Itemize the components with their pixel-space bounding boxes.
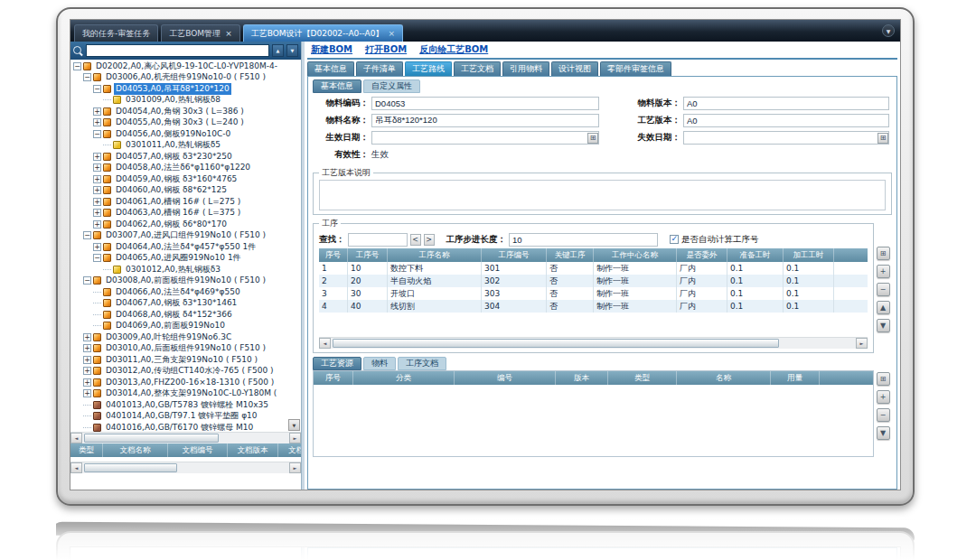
tree-expand-toggle[interactable]: +	[83, 356, 91, 364]
tree-expand-toggle[interactable]: +	[83, 378, 91, 387]
tree-item[interactable]: 0401016,A0,GB/T6170 镀锌螺母 M10	[70, 422, 301, 432]
process-version-input[interactable]	[683, 114, 889, 127]
material-version-input[interactable]	[683, 97, 889, 110]
tree-expand-toggle[interactable]: +	[83, 367, 91, 375]
tree-expand-toggle[interactable]: +	[83, 389, 91, 397]
tree-expand-toggle[interactable]: −	[93, 130, 101, 138]
tree-item[interactable]: +D04059,A0,钢板 δ3*160*4765	[70, 173, 301, 185]
open-bom-link[interactable]: 打开BOM	[365, 43, 407, 56]
tree-item[interactable]: −D03007,A0,进风口组件919No10 ( F510 )	[70, 230, 301, 242]
window-tab[interactable]: 工艺BOM设计【D02002--A0--A0】×	[243, 24, 403, 42]
new-bom-link[interactable]: 新建BOM	[311, 43, 352, 56]
add-button[interactable]: +	[877, 265, 890, 278]
scrollbar-thumb[interactable]	[84, 434, 219, 443]
process-hscrollbar[interactable]: ◄ ►	[319, 337, 868, 349]
tab-close-icon[interactable]: ×	[225, 29, 232, 38]
tree-expand-toggle[interactable]: −	[83, 73, 91, 81]
main-tab[interactable]: 设计视图	[551, 61, 598, 76]
up-button[interactable]: ▲	[877, 301, 890, 314]
tree-item[interactable]: −D03008,A0,前面板组件919No10 ( F510 )	[70, 275, 301, 287]
scrollbar-track[interactable]	[331, 338, 856, 349]
find-next-button[interactable]: >	[424, 234, 435, 246]
tree-scroll-down-button[interactable]: ▼	[288, 419, 300, 431]
tree-item[interactable]: −D02002,A0,离心风机9-19-10C-L0-YVP180M-4-	[70, 61, 301, 72]
scrollbar-thumb[interactable]	[333, 339, 779, 348]
auto-calc-checkbox[interactable]: ✓	[670, 235, 679, 244]
scrollbar-right-button[interactable]: ►	[289, 462, 301, 473]
sub-tab[interactable]: 基本信息	[313, 79, 361, 93]
tree-expand-toggle[interactable]: −	[83, 276, 91, 285]
window-tab[interactable]: 我的任务-审签任务	[74, 24, 158, 42]
search-input[interactable]	[86, 44, 269, 57]
add-button[interactable]: +	[877, 390, 890, 404]
resource-tab[interactable]: 工序文档	[398, 357, 446, 370]
tree-expand-toggle[interactable]: +	[93, 175, 101, 183]
down-button[interactable]: ▼	[877, 426, 890, 440]
main-tab[interactable]: 工艺路线	[405, 61, 452, 76]
resource-tab[interactable]: 物料	[363, 357, 396, 370]
tree-item[interactable]: 0301009,A0,热轧钢板δ8	[70, 95, 301, 107]
resource-tab[interactable]: 工艺资源	[313, 357, 361, 370]
tree-item[interactable]: +D03011,A0,三角支架919No10 ( F510 )	[70, 354, 301, 366]
tree-item[interactable]: D04069,A0,前面板919No10	[70, 321, 301, 332]
version-note-box[interactable]	[319, 180, 886, 210]
main-tab[interactable]: 工艺文档	[454, 61, 501, 76]
scrollbar-track[interactable]	[82, 462, 289, 473]
tree-item[interactable]: +D03009,A0,叶轮组件919No6.3C	[70, 331, 301, 343]
tree-collapse-up-button[interactable]: ▲	[272, 44, 284, 57]
scrollbar-left-button[interactable]: ◄	[319, 338, 331, 349]
tree-expand-toggle[interactable]: +	[93, 243, 101, 251]
tree-expand-toggle[interactable]: −	[83, 231, 91, 239]
tree-expand-toggle[interactable]: +	[93, 153, 101, 161]
tab-close-icon[interactable]: ×	[388, 29, 395, 38]
scrollbar-right-button[interactable]: ►	[856, 338, 868, 349]
tree-item[interactable]: +D03014,A0,整体支架919No10C-L0-Y180M (	[70, 388, 301, 400]
tree-item[interactable]: D04068,A0,钢板 δ4*152*366	[70, 309, 301, 321]
tree-expand-toggle[interactable]: +	[93, 107, 101, 116]
effective-date-input[interactable]	[371, 131, 599, 145]
down-button[interactable]: ▼	[877, 319, 890, 332]
scrollbar-right-button[interactable]: ►	[289, 433, 301, 443]
material-code-input[interactable]	[371, 97, 599, 110]
calendar-icon[interactable]: ⊞	[587, 133, 598, 144]
tree-expand-toggle[interactable]: +	[83, 344, 91, 352]
tree-expand-toggle[interactable]: +	[93, 118, 101, 126]
tree-item[interactable]: 0401014,A0,GB/T97.1 镀锌平垫圈 φ10	[70, 411, 301, 423]
reverse-bom-link[interactable]: 反向绘工艺BOM	[419, 43, 488, 56]
tree-item[interactable]: +D03012,A0,传动组CT140水冷-765 ( F500 )	[70, 366, 301, 378]
tree-item[interactable]: +D04062,A0,钢板 δ6*80*170	[70, 219, 301, 230]
tree-item[interactable]: −D03006,A0,机壳组件919No10-0 ( F510 )	[70, 72, 301, 84]
tree-expand-toggle[interactable]: +	[93, 220, 101, 229]
tree-item[interactable]: +D04054,A0,角钢 30x3 ( L=386 )	[70, 106, 301, 117]
calendar-icon[interactable]: ⊞	[877, 133, 888, 144]
expire-date-input[interactable]	[683, 131, 889, 145]
doc-hscrollbar[interactable]: ◄ ►	[70, 462, 301, 473]
scrollbar-track[interactable]	[82, 433, 289, 443]
tree-item[interactable]: +D04060,A0,钢板 δ8*62*125	[70, 185, 301, 197]
table-row[interactable]: 330开坡口303否制作一班厂内0.10.1	[319, 287, 868, 300]
remove-button[interactable]: −	[877, 408, 890, 422]
main-tab[interactable]: 子件清单	[356, 61, 403, 76]
grid-button[interactable]: ⊞	[877, 372, 890, 386]
find-prev-button[interactable]: <	[410, 234, 421, 246]
grid-button[interactable]: ⊞	[877, 247, 890, 260]
tree-item[interactable]: +D04057,A0,钢板 δ3*230*250	[70, 151, 301, 163]
panel-collapse-button[interactable]: ▼	[882, 24, 895, 37]
tree-item[interactable]: −D04056,A0,侧板919No10C-0	[70, 128, 301, 140]
tree-item[interactable]: +D04064,A0,法兰δ4*φ457*φ550 1件	[70, 241, 301, 253]
table-row[interactable]: 440线切割304否制作一班厂内0.10.1	[319, 300, 868, 313]
tree-item[interactable]: D04067,A0,钢板 δ3*130*1461	[70, 298, 301, 310]
tree-item[interactable]: 0401013,A0,GB/T5783 镀锌螺栓 M10x35	[70, 399, 301, 411]
sub-tab[interactable]: 自定义属性	[363, 79, 420, 93]
tree-item[interactable]: +D03013,A0,FHZ200-16×18-1310 ( F500 )	[70, 377, 301, 388]
scrollbar-left-button[interactable]: ◄	[70, 462, 82, 473]
tree-item[interactable]: −D04065,A0,进风圈919No10 1件	[70, 253, 301, 265]
tree-item[interactable]: 0301012,A0,热轧钢板δ3	[70, 264, 301, 275]
main-tab[interactable]: 引用物料	[502, 61, 549, 76]
tree-item[interactable]: +D04058,A0,法兰δ6*φ1160*φ1220	[70, 163, 301, 174]
tree-item[interactable]: +D03010,A0,后面板组件919No10 ( F510 )	[70, 343, 301, 355]
material-name-input[interactable]	[371, 114, 599, 127]
tree-expand-toggle[interactable]: −	[93, 85, 101, 93]
tree-item[interactable]: −D04053,A0,吊耳δ8*120*120	[70, 83, 301, 95]
main-tab[interactable]: 基本信息	[307, 61, 354, 76]
